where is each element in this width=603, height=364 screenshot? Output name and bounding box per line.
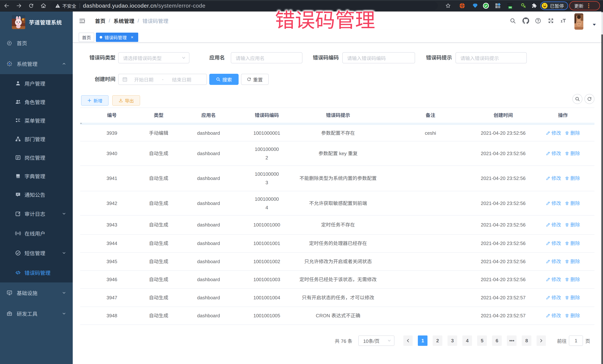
delete-link[interactable]: 删除 [565, 221, 580, 229]
sidebar-item-devtools[interactable]: 研发工具 [0, 303, 73, 324]
cell-id: 3945 [80, 253, 144, 270]
header-search-icon[interactable] [508, 11, 518, 30]
sidebar-item-dicts[interactable]: 字典管理 [0, 167, 73, 185]
edit-link[interactable]: 修改 [546, 275, 561, 284]
reset-button[interactable]: 重置 [241, 74, 269, 85]
date-end-input[interactable]: 结束日期 [165, 76, 198, 83]
edit-link[interactable]: 修改 [546, 174, 561, 183]
extensions-puzzle-icon[interactable] [531, 3, 537, 9]
sidebar-item-menus[interactable]: 菜单管理 [0, 111, 73, 130]
date-start-input[interactable]: 开始日期 [128, 76, 160, 83]
sidebar-item-label: 短信管理 [24, 249, 45, 257]
sidebar-item-roles[interactable]: 角色管理 [0, 93, 73, 111]
key-icon [521, 3, 526, 9]
sidebar-item-system[interactable]: 系统管理 [0, 53, 73, 74]
delete-link[interactable]: 删除 [565, 199, 580, 208]
sidebar-item-sms[interactable]: 短信管理 [0, 243, 73, 263]
filter-msg-input[interactable]: 请输入错误码提示 [455, 52, 527, 63]
fullscreen-icon[interactable] [546, 11, 556, 30]
delete-icon [565, 277, 569, 282]
delete-link[interactable]: 删除 [565, 239, 580, 248]
tag-home[interactable]: 首页 [79, 33, 94, 42]
font-size-icon[interactable] [558, 11, 568, 30]
ext-list-on-icon[interactable]: on [506, 3, 514, 9]
sidebar-item-infra[interactable]: 基础设施 [0, 282, 73, 303]
page-number-button[interactable]: 6 [492, 335, 502, 346]
sidebar-item-auditlog[interactable]: 审计日志 [0, 204, 73, 223]
scrollbar-thumb[interactable] [602, 12, 603, 34]
cell-ops: 修改 删除 [531, 253, 594, 270]
edit-link[interactable]: 修改 [546, 129, 561, 137]
filter-date-range[interactable]: 开始日期 - 结束日期 [118, 74, 207, 85]
edit-link[interactable]: 修改 [546, 257, 561, 266]
bookmark-star-icon[interactable] [445, 3, 451, 9]
add-button[interactable]: 新增 [81, 95, 109, 106]
cell-memo [386, 166, 475, 191]
sidebar-item-users[interactable]: 用户管理 [0, 74, 73, 93]
delete-link[interactable]: 删除 [565, 293, 580, 302]
export-button[interactable]: 导出 [112, 95, 140, 106]
sidebar-item-home[interactable]: 首页 [0, 33, 73, 53]
delete-link[interactable]: 删除 [565, 129, 580, 137]
cell-type: 自动生成 [144, 289, 174, 307]
message-icon [15, 192, 21, 197]
filter-type-select[interactable]: 请选择错误码类型 [118, 52, 189, 63]
delete-link[interactable]: 删除 [565, 149, 580, 158]
filter-code-input[interactable]: 请输入错误码编码 [342, 52, 415, 63]
online-icon [15, 231, 21, 236]
sidebar-item-errorcode[interactable]: 错误码管理 [0, 263, 73, 282]
edit-link[interactable]: 修改 [546, 149, 561, 158]
sidebar-item-label: 首页 [17, 39, 27, 47]
tag-errorcode[interactable]: 错误码管理× [96, 33, 138, 42]
ext-orange-icon[interactable] [459, 3, 465, 9]
edit-icon [546, 259, 550, 264]
pagination-total: 共 76 条 [335, 337, 352, 344]
page-number-button[interactable]: 8 [522, 335, 531, 346]
edit-link[interactable]: 修改 [546, 221, 561, 229]
ext-check-icon[interactable] [483, 3, 489, 9]
filter-app-input[interactable]: 请输入应用名 [231, 52, 302, 63]
cell-time: 2021-04-20 23:52:56 [475, 125, 531, 141]
edit-link[interactable]: 修改 [546, 293, 561, 302]
sidebar-item-notices[interactable]: 通知公告 [0, 185, 73, 204]
browser-update-button[interactable]: 更新 [569, 1, 600, 10]
next-page-button[interactable] [537, 335, 546, 346]
sidebar-item-online-users[interactable]: 在线用户 [0, 223, 73, 243]
page-number-button[interactable]: 3 [448, 335, 457, 346]
delete-link[interactable]: 删除 [565, 275, 580, 284]
toggle-search-button[interactable] [572, 94, 582, 104]
edit-link[interactable]: 修改 [546, 311, 561, 320]
delete-link[interactable]: 删除 [565, 311, 580, 320]
page-number-button[interactable]: 5 [477, 335, 487, 346]
page-number-button[interactable]: ••• [507, 335, 517, 346]
edit-link[interactable]: 修改 [546, 199, 561, 208]
ext-key-icon[interactable] [520, 3, 527, 9]
sidebar-logo[interactable]: 芋道管理系统 [0, 11, 73, 33]
page-size-select[interactable]: 10条/页 [358, 335, 394, 346]
edit-link[interactable]: 修改 [546, 239, 561, 248]
filter-app-label: 应用名 [195, 52, 225, 63]
ext-grid-icon[interactable] [495, 3, 501, 9]
page-number-button[interactable]: 1 [418, 335, 428, 346]
delete-link[interactable]: 删除 [565, 257, 580, 266]
avatar-caret-icon[interactable] [592, 22, 596, 27]
github-icon[interactable] [521, 11, 531, 30]
search-button[interactable]: 搜索 [209, 74, 239, 85]
page-number-button[interactable]: 4 [462, 335, 472, 346]
user-avatar[interactable] [574, 13, 583, 30]
help-icon[interactable] [533, 11, 543, 30]
ext-gem-icon[interactable] [472, 3, 478, 9]
page-number-button[interactable]: 2 [433, 335, 442, 346]
delete-link[interactable]: 删除 [565, 174, 580, 183]
refresh-table-button[interactable] [584, 94, 594, 104]
kebab-dot [588, 5, 589, 6]
cell-time: 2021-04-20 23:52:56 [475, 216, 531, 234]
profile-chip[interactable]: 已暂停 [540, 1, 568, 10]
sidebar-item-depts[interactable]: 部门管理 [0, 130, 73, 148]
tag-close-icon[interactable]: × [130, 35, 135, 40]
col-header-ops: 操作 [531, 108, 594, 123]
prev-page-button[interactable] [403, 335, 413, 346]
goto-page-input[interactable]: 1 [569, 335, 583, 346]
sidebar-item-posts[interactable]: 岗位管理 [0, 148, 73, 167]
browser-menu-icon[interactable] [587, 3, 591, 8]
